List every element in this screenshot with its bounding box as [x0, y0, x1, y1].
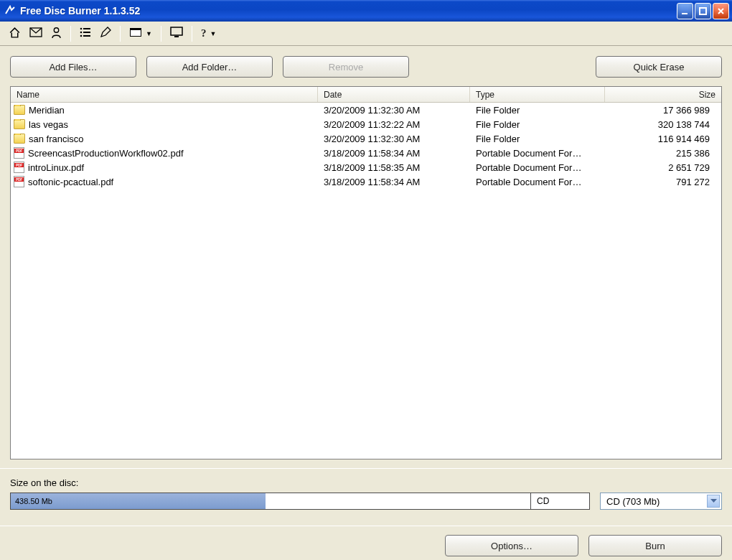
cell-name: introLinux.pdf [11, 162, 318, 173]
file-name: san francisco [29, 134, 84, 144]
cell-type: Portable Document For… [470, 148, 605, 159]
cell-name: san francisco [11, 134, 318, 144]
title-bar: Free Disc Burner 1.1.3.52 [0, 0, 732, 22]
cell-size: 2 651 729 [605, 162, 721, 173]
cell-date: 3/20/2009 11:32:30 AM [318, 134, 470, 144]
toolbar-user[interactable] [47, 24, 66, 44]
toolbar-separator [70, 26, 71, 42]
svg-rect-0 [682, 13, 688, 14]
folder-icon [14, 105, 25, 115]
maximize-button[interactable] [695, 3, 711, 19]
disc-usage-fill: 438.50 Mb [11, 493, 266, 509]
disc-type-value: CD (703 Mb) [606, 496, 660, 507]
toolbar: ▼ ? ▼ [0, 22, 732, 46]
svg-rect-11 [131, 30, 141, 36]
window-title: Free Disc Burner 1.1.3.52 [20, 5, 677, 17]
close-button[interactable] [713, 3, 729, 19]
pdf-icon [14, 176, 24, 187]
burn-button[interactable]: Burn [588, 535, 722, 556]
toolbar-monitor[interactable] [166, 24, 187, 43]
column-header-type[interactable]: Type [470, 87, 605, 102]
folder-icon [14, 134, 25, 144]
app-icon [4, 5, 16, 17]
cell-date: 3/20/2009 11:32:30 AM [318, 105, 470, 116]
home-icon [9, 27, 21, 41]
column-header-name[interactable]: Name [11, 87, 318, 102]
disc-usage-bar: 438.50 Mb CD [10, 493, 590, 510]
cell-date: 3/18/2009 11:58:35 AM [318, 162, 470, 173]
svg-point-3 [54, 27, 58, 32]
svg-rect-1 [700, 8, 706, 14]
disc-size-label: Size on the disc: [10, 477, 722, 488]
file-name: las vegas [29, 119, 68, 130]
svg-point-6 [80, 32, 83, 34]
toolbar-mail[interactable] [25, 24, 47, 42]
table-row[interactable]: las vegas3/20/2009 11:32:22 AMFile Folde… [11, 117, 721, 131]
monitor-icon [170, 27, 183, 40]
disc-usage-text: 438.50 Mb [11, 497, 52, 505]
cell-type: File Folder [470, 119, 605, 130]
quick-erase-button[interactable]: Quick Erase [596, 56, 722, 78]
disc-capacity-marker: CD [530, 493, 589, 509]
cell-size: 791 272 [605, 177, 721, 187]
mail-icon [29, 27, 42, 39]
file-list: Name Date Type Size Meridian3/20/2009 11… [10, 86, 722, 459]
table-row[interactable]: san francisco3/20/2009 11:32:30 AMFile F… [11, 131, 721, 146]
cell-date: 3/18/2009 11:58:34 AM [318, 177, 470, 187]
toolbar-help[interactable]: ? ▼ [197, 24, 220, 42]
toolbar-edit[interactable] [95, 24, 116, 43]
file-name: softonic-pcactual.pdf [28, 177, 113, 187]
cell-date: 3/18/2009 11:58:34 AM [318, 148, 470, 159]
cell-name: softonic-pcactual.pdf [11, 176, 318, 187]
table-row[interactable]: softonic-pcactual.pdf3/18/2009 11:58:34 … [11, 174, 721, 189]
cell-name: ScreencastProductionWorkflow02.pdf [11, 147, 318, 159]
toolbar-list[interactable] [75, 24, 95, 42]
toolbar-separator [161, 26, 161, 42]
column-header-date[interactable]: Date [318, 87, 470, 102]
svg-point-8 [80, 35, 83, 37]
cell-type: Portable Document For… [470, 177, 605, 187]
remove-button[interactable]: Remove [283, 56, 409, 78]
svg-rect-12 [171, 27, 182, 35]
table-row[interactable]: introLinux.pdf3/18/2009 11:58:35 AMPorta… [11, 160, 721, 174]
cell-size: 116 914 469 [605, 134, 721, 144]
add-folder-button[interactable]: Add Folder… [146, 56, 273, 78]
chevron-down-icon [707, 495, 720, 508]
cell-type: File Folder [470, 105, 605, 116]
toolbar-panel[interactable]: ▼ [125, 24, 156, 42]
cell-type: Portable Document For… [470, 162, 605, 173]
file-name: ScreencastProductionWorkflow02.pdf [28, 148, 184, 159]
cell-size: 17 366 989 [605, 105, 721, 116]
svg-rect-7 [83, 32, 90, 33]
cell-type: File Folder [470, 134, 605, 144]
panel-icon [129, 27, 142, 39]
disc-type-select[interactable]: CD (703 Mb) [600, 493, 722, 510]
chevron-down-icon: ▼ [146, 30, 152, 37]
cell-name: Meridian [11, 105, 318, 116]
minimize-button[interactable] [677, 3, 693, 19]
cell-size: 320 138 744 [605, 119, 721, 130]
pdf-icon [14, 162, 24, 173]
svg-rect-13 [174, 36, 179, 37]
user-icon [51, 27, 62, 41]
chevron-down-icon: ▼ [210, 30, 216, 37]
column-header-size[interactable]: Size [605, 87, 721, 102]
file-name: introLinux.pdf [28, 162, 84, 173]
add-files-button[interactable]: Add Files… [10, 56, 136, 78]
pencil-icon [100, 27, 111, 40]
cell-size: 215 386 [605, 148, 721, 159]
table-row[interactable]: Meridian3/20/2009 11:32:30 AMFile Folder… [11, 103, 721, 117]
table-row[interactable]: ScreencastProductionWorkflow02.pdf3/18/2… [11, 146, 721, 160]
file-name: Meridian [29, 105, 65, 116]
toolbar-home[interactable] [4, 24, 25, 44]
toolbar-separator [120, 26, 121, 42]
cell-name: las vegas [11, 119, 318, 130]
folder-icon [14, 119, 25, 129]
pdf-icon [14, 147, 24, 159]
svg-point-4 [80, 28, 83, 30]
list-icon [80, 27, 91, 39]
help-icon: ? [201, 27, 207, 39]
cell-date: 3/20/2009 11:32:22 AM [318, 119, 470, 130]
options-button[interactable]: Options… [445, 535, 578, 556]
svg-rect-5 [83, 28, 90, 29]
